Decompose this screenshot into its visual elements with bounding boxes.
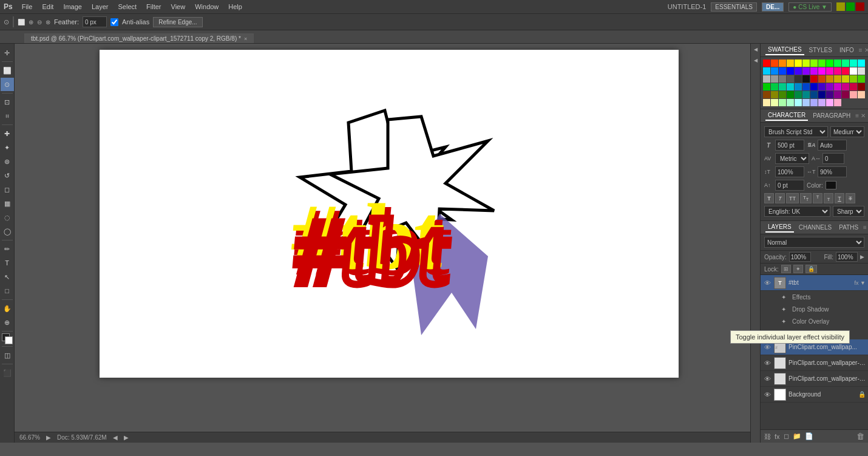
add-style-button[interactable]: fx — [775, 433, 780, 440]
antialiasing-select[interactable]: Sharp — [833, 206, 864, 217]
swatch-color[interactable] — [826, 75, 833, 83]
tab-paths[interactable]: PATHS — [836, 223, 861, 232]
panel-collapse-button[interactable]: ◀ — [751, 45, 760, 53]
shape-tool[interactable]: □ — [1, 284, 14, 298]
swatch-color[interactable] — [810, 91, 818, 98]
swatch-color[interactable] — [771, 60, 778, 67]
cs-live-button[interactable]: ● CS Live ▼ — [788, 2, 832, 12]
marquee-tool[interactable]: ⬜ — [1, 64, 14, 77]
pen-tool[interactable]: ✏ — [1, 242, 14, 256]
path-selection-tool[interactable]: ↖ — [1, 270, 14, 284]
swatch-color[interactable] — [787, 75, 794, 83]
swatch-color[interactable] — [779, 91, 786, 98]
swatch-color[interactable] — [834, 99, 841, 106]
font-size-input[interactable] — [775, 140, 804, 151]
swatch-color[interactable] — [842, 67, 849, 75]
scroll-right-arrow[interactable]: ▶ — [124, 434, 129, 441]
menu-layer[interactable]: Layer — [87, 2, 113, 12]
drop-shadow-effect[interactable]: ✦ Drop Shadow — [779, 303, 868, 315]
stroke-effect[interactable]: ✦ Stroke — [779, 327, 868, 339]
swatch-color[interactable] — [779, 67, 786, 75]
eraser-tool[interactable]: ◻ — [1, 183, 14, 196]
swatch-color[interactable] — [818, 60, 826, 67]
tab-styles[interactable]: STYLES — [807, 46, 835, 55]
swatch-color[interactable] — [795, 83, 802, 90]
link-layers-button[interactable]: ⛓ — [764, 433, 771, 440]
swatch-color[interactable] — [787, 99, 794, 106]
tab-info[interactable]: INFO — [837, 46, 856, 55]
screen-mode-tool[interactable]: ⬛ — [1, 366, 14, 379]
swatch-color[interactable] — [850, 91, 857, 98]
swatch-color[interactable] — [787, 83, 794, 90]
swatch-color[interactable] — [858, 91, 865, 98]
healing-brush-tool[interactable]: ✚ — [1, 127, 14, 140]
swatch-color[interactable] — [834, 91, 841, 98]
font-family-select[interactable]: Brush Script Std — [764, 126, 828, 137]
swatch-color[interactable] — [834, 83, 841, 90]
stroke-eye[interactable]: ✦ — [781, 330, 790, 337]
swatch-color[interactable] — [771, 67, 778, 75]
menu-view[interactable]: View — [167, 2, 190, 12]
effects-header[interactable]: ✦ Effects — [779, 291, 868, 303]
swatch-color[interactable] — [802, 83, 810, 90]
swatch-color[interactable] — [818, 67, 826, 75]
drop-shadow-eye[interactable]: ✦ — [781, 306, 790, 313]
underline-button[interactable]: T — [835, 193, 844, 203]
type-tool[interactable]: T — [1, 256, 14, 270]
swatch-color[interactable] — [826, 91, 833, 98]
blur-tool[interactable]: ◌ — [1, 211, 14, 224]
swatch-color[interactable] — [771, 75, 778, 83]
eyedropper-tool[interactable]: ⌗ — [1, 109, 14, 123]
swatch-color[interactable] — [826, 83, 833, 90]
layer-tbt-eye[interactable]: 👁 — [763, 279, 771, 287]
swatches-panel-close[interactable]: ✕ — [864, 47, 868, 53]
dodge-tool[interactable]: ◯ — [1, 225, 14, 238]
menu-select[interactable]: Select — [114, 2, 141, 12]
antialias-checkbox[interactable] — [110, 18, 118, 26]
swatch-color[interactable] — [795, 67, 802, 75]
swatch-color[interactable] — [771, 91, 778, 98]
swatch-color[interactable] — [802, 67, 810, 75]
color-swatches[interactable] — [2, 333, 13, 344]
lasso-tool[interactable]: ⊙ — [1, 78, 14, 91]
crop-tool[interactable]: ⊡ — [1, 95, 14, 109]
strikethrough-button[interactable]: T — [846, 193, 855, 203]
swatch-color[interactable] — [850, 83, 857, 90]
color-swatch[interactable] — [826, 181, 836, 189]
zoom-tool[interactable]: ⊕ — [1, 316, 14, 329]
fill-arrow[interactable]: ▶ — [860, 254, 864, 260]
character-panel-menu[interactable]: ≡ — [855, 112, 859, 119]
close-button[interactable] — [856, 2, 864, 11]
menu-file[interactable]: File — [18, 2, 37, 12]
new-layer-button[interactable]: 📄 — [805, 432, 813, 440]
move-tool[interactable]: ✛ — [1, 46, 14, 60]
swatch-color[interactable] — [834, 60, 841, 67]
add-mask-button[interactable]: ◻ — [784, 432, 789, 440]
swatch-color[interactable] — [763, 75, 770, 83]
menu-edit[interactable]: Edit — [38, 2, 58, 12]
swatch-color[interactable] — [771, 83, 778, 90]
bold-button[interactable]: T — [764, 193, 774, 203]
swatch-color[interactable] — [763, 83, 770, 90]
swatch-color[interactable] — [810, 67, 818, 75]
swatch-color[interactable] — [818, 91, 826, 98]
layer-clipart1-eye[interactable]: 👁 — [763, 343, 771, 352]
menu-window[interactable]: Window — [191, 2, 223, 12]
swatch-color[interactable] — [787, 60, 794, 67]
horizontal-scale-input[interactable] — [818, 166, 847, 177]
swatch-color[interactable] — [834, 67, 841, 75]
layer-clipart2-eye[interactable]: 👁 — [763, 359, 771, 367]
clone-stamp-tool[interactable]: ⊛ — [1, 155, 14, 168]
swatch-color[interactable] — [818, 75, 826, 83]
swatch-color[interactable] — [842, 75, 849, 83]
swatch-color[interactable] — [763, 67, 770, 75]
tab-swatches[interactable]: SWATCHES — [765, 45, 804, 55]
hand-tool[interactable]: ✋ — [1, 302, 14, 315]
swatch-color[interactable] — [850, 60, 857, 67]
essentials-button[interactable]: ESSENTIALS — [711, 2, 757, 12]
swatch-color[interactable] — [795, 60, 802, 67]
character-panel-close[interactable]: ✕ — [861, 112, 866, 119]
italic-button[interactable]: T — [775, 193, 785, 203]
superscript-button[interactable]: T — [813, 193, 822, 203]
kerning-select[interactable]: Metrics — [775, 153, 809, 164]
